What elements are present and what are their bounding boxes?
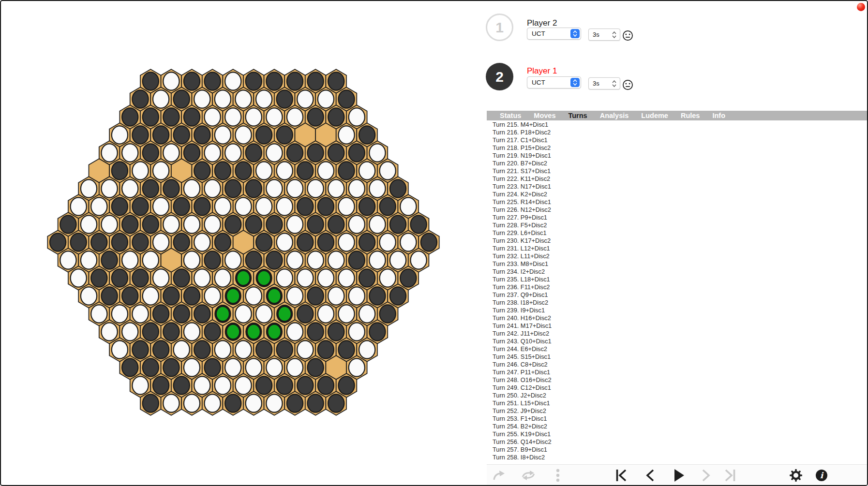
tab[interactable]: Turns (562, 112, 593, 119)
turn-list-item[interactable]: Turn 220. B7+Disc2 (493, 160, 696, 167)
turn-list-item[interactable]: Turn 241. M17+Disc1 (493, 322, 696, 330)
turn-list-item[interactable]: Turn 248. O16+Disc2 (493, 376, 696, 384)
turn-list-item[interactable]: Turn 215. M4+Disc1 (493, 121, 696, 129)
tab[interactable]: Rules (674, 112, 706, 119)
turn-list-item[interactable]: Turn 249. C12+Disc1 (493, 384, 696, 392)
player1-ai-face-icon (622, 79, 633, 90)
turn-list-item[interactable]: Turn 223. N17+Disc1 (493, 183, 696, 191)
select-stepper-icon[interactable] (570, 78, 580, 87)
player1-agent-select[interactable]: UCT (527, 76, 581, 88)
turn-list-item[interactable]: Turn 237. Q9+Disc1 (493, 291, 696, 299)
turn-list-item[interactable]: Turn 234. I2+Disc2 (493, 268, 696, 276)
turn-list: Turn 215. M4+Disc1Turn 216. P18+Disc2Tur… (493, 121, 696, 461)
spinner-stepper-icon[interactable] (611, 31, 620, 38)
turn-list-item[interactable]: Turn 228. F5+Disc2 (493, 221, 696, 229)
player2-name: Player 2 (527, 18, 557, 28)
turn-list-item[interactable]: Turn 217. C1+Disc1 (493, 136, 696, 144)
turn-list-item[interactable]: Turn 250. J2+Disc2 (493, 392, 696, 399)
turn-list-item[interactable]: Turn 244. E6+Disc2 (493, 345, 696, 353)
turn-list-item[interactable]: Turn 216. P18+Disc2 (493, 129, 696, 136)
select-stepper-icon[interactable] (570, 29, 580, 38)
step-back-icon[interactable] (646, 469, 655, 482)
skip-to-start-icon[interactable] (615, 469, 627, 482)
turn-list-item[interactable]: Turn 258. I8+Disc2 (493, 454, 696, 461)
turn-list-item[interactable]: Turn 239. I9+Disc1 (493, 307, 696, 314)
turn-list-item[interactable]: Turn 222. K11+Disc2 (493, 175, 696, 183)
player1-agent-value: UCT (527, 79, 570, 86)
turn-list-item[interactable]: Turn 257. B9+Disc1 (493, 446, 696, 454)
player2-time-value: 3s (589, 31, 611, 38)
turn-list-item[interactable]: Turn 221. S17+Disc1 (493, 167, 696, 175)
step-forward-icon[interactable] (702, 469, 710, 482)
board-svg[interactable] (47, 69, 440, 421)
turn-list-item[interactable]: Turn 245. S15+Disc1 (493, 353, 696, 361)
app-window: 1 Player 2 UCT 3s 2 Player 1 UCT 3s (0, 0, 868, 486)
player2-badge: 1 (486, 14, 513, 41)
player2-time-spinner[interactable]: 3s (588, 29, 620, 41)
player1-badge: 2 (486, 63, 513, 90)
player2-agent-value: UCT (527, 30, 570, 37)
turn-list-item[interactable]: Turn 233. M8+Disc1 (493, 260, 696, 268)
turn-list-item[interactable]: Turn 219. N19+Disc1 (493, 152, 696, 160)
turn-list-item[interactable]: Turn 225. R14+Disc1 (493, 198, 696, 206)
tab[interactable]: Moves (527, 112, 562, 119)
turn-list-item[interactable]: Turn 232. L11+Disc2 (493, 252, 696, 260)
turn-list-item[interactable]: Turn 236. F11+Disc2 (493, 283, 696, 291)
turn-list-item[interactable]: Turn 246. C8+Disc2 (493, 361, 696, 368)
skip-to-end-icon[interactable] (724, 469, 736, 482)
tab-bar: StatusMovesTurnsAnalysisLudemeRulesInfo (487, 111, 867, 120)
turn-list-item[interactable]: Turn 243. Q10+Disc1 (493, 338, 696, 345)
turn-list-item[interactable]: Turn 227. P9+Disc1 (493, 214, 696, 221)
turn-list-item[interactable]: Turn 224. K2+Disc2 (493, 191, 696, 198)
turn-list-item[interactable]: Turn 238. I18+Disc2 (493, 299, 696, 307)
player1-time-spinner[interactable]: 3s (588, 77, 620, 89)
player2-ai-face-icon (622, 30, 633, 41)
toolbar: i (487, 464, 867, 486)
settings-gear-icon[interactable] (789, 469, 803, 482)
turn-list-item[interactable]: Turn 230. K17+Disc2 (493, 237, 696, 245)
turn-list-item[interactable]: Turn 240. H16+Disc2 (493, 314, 696, 322)
turn-list-item[interactable]: Turn 255. K19+Disc1 (493, 430, 696, 438)
turn-list-item[interactable]: Turn 226. N12+Disc2 (493, 206, 696, 214)
ellipsis-icon[interactable] (556, 469, 560, 482)
turn-list-item[interactable]: Turn 218. P15+Disc2 (493, 144, 696, 152)
turn-list-item[interactable]: Turn 242. J11+Disc2 (493, 330, 696, 338)
turn-list-item[interactable]: Turn 256. Q14+Disc2 (493, 438, 696, 446)
spinner-stepper-icon[interactable] (611, 80, 620, 87)
turn-list-item[interactable]: Turn 251. L15+Disc1 (493, 399, 696, 407)
redo-arrow-icon[interactable] (492, 469, 506, 482)
turn-list-item[interactable]: Turn 254. B2+Disc2 (493, 423, 696, 430)
turn-list-item[interactable]: Turn 253. F1+Disc1 (493, 415, 696, 423)
tab[interactable]: Analysis (594, 112, 635, 119)
player2-agent-select[interactable]: UCT (527, 28, 581, 40)
red-dot-indicator (857, 3, 865, 11)
tab[interactable]: Ludeme (635, 112, 674, 119)
tab[interactable]: Info (706, 112, 732, 119)
player1-name: Player 1 (527, 66, 557, 76)
turn-list-item[interactable]: Turn 247. P11+Disc1 (493, 368, 696, 376)
turn-list-item[interactable]: Turn 252. J9+Disc2 (493, 407, 696, 415)
tab[interactable]: Status (494, 112, 527, 119)
turn-list-item[interactable]: Turn 229. L6+Disc1 (493, 229, 696, 237)
player1-time-value: 3s (589, 80, 611, 87)
game-board[interactable] (47, 69, 440, 421)
swap-moves-icon[interactable] (521, 469, 536, 482)
play-icon[interactable] (674, 469, 685, 482)
turn-list-item[interactable]: Turn 231. L12+Disc1 (493, 245, 696, 252)
turn-list-item[interactable]: Turn 235. L18+Disc1 (493, 276, 696, 283)
info-icon[interactable]: i (815, 469, 828, 482)
